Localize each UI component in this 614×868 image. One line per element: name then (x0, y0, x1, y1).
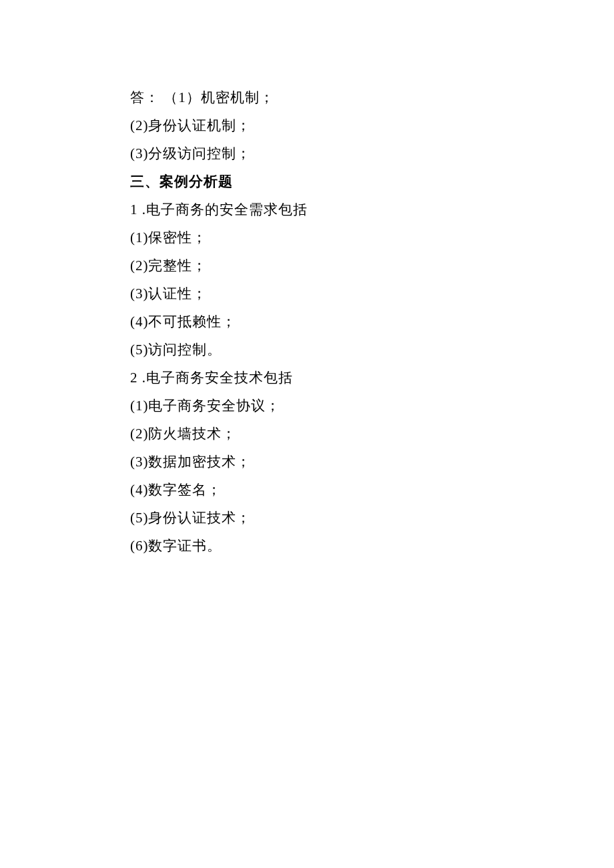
text-line: (5)访问控制。 (130, 336, 547, 364)
text-line: (2)防火墙技术； (130, 420, 547, 448)
text-line: 答： （1）机密机制； (130, 83, 547, 111)
text-line: (3)认证性； (130, 280, 547, 308)
text-line: (1)保密性； (130, 224, 547, 252)
text-line: (3)数据加密技术； (130, 448, 547, 476)
text-line: (2)完整性； (130, 252, 547, 280)
text-line: (2)身份认证机制； (130, 111, 547, 139)
section-heading: 三、案例分析题 (130, 167, 547, 195)
text-line: (4)不可抵赖性； (130, 308, 547, 336)
text-line: (3)分级访问控制； (130, 139, 547, 167)
text-line: (5)身份认证技术； (130, 504, 547, 532)
document-page: 答： （1）机密机制； (2)身份认证机制； (3)分级访问控制； 三、案例分析… (0, 0, 614, 868)
text-line: 2 .电子商务安全技术包括 (130, 364, 547, 392)
text-line: 1 .电子商务的安全需求包括 (130, 195, 547, 224)
text-line: (4)数字签名； (130, 476, 547, 504)
text-line: (6)数字证书。 (130, 532, 547, 560)
text-line: (1)电子商务安全协议； (130, 392, 547, 420)
